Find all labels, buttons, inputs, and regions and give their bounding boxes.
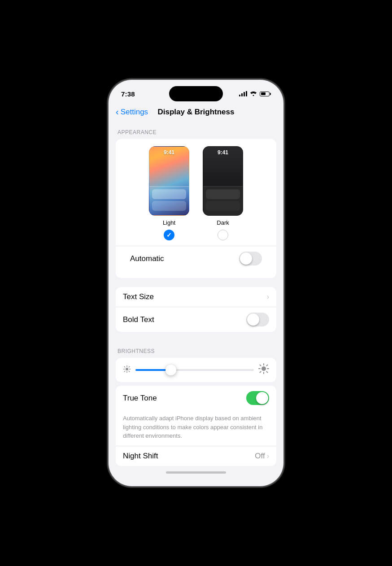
dynamic-island (169, 86, 223, 101)
phone-frame: 7:38 (109, 80, 283, 486)
automatic-row: Automatic (123, 246, 269, 271)
night-shift-status: Off (255, 452, 265, 461)
bold-text-label: Bold Text (123, 315, 154, 324)
night-shift-value: Off › (255, 452, 269, 461)
bold-text-row: Bold Text (116, 307, 276, 332)
text-size-row[interactable]: Text Size › (116, 287, 276, 307)
chevron-right-icon: › (267, 293, 269, 301)
true-tone-label: True Tone (123, 394, 157, 403)
checkmark-icon: ✓ (166, 231, 172, 239)
svg-line-14 (260, 365, 261, 366)
brightness-low-icon (123, 365, 131, 375)
dark-label: Dark (217, 219, 229, 226)
dark-radio[interactable] (218, 230, 228, 240)
brightness-section-label: BRIGHTNESS (109, 341, 283, 358)
night-shift-label: Night Shift (123, 452, 158, 461)
status-time: 7:38 (121, 90, 135, 98)
svg-line-15 (266, 372, 267, 373)
automatic-toggle[interactable] (239, 252, 262, 266)
brightness-slider-thumb[interactable] (166, 365, 176, 375)
light-preview: 9:41 9:41 (149, 146, 189, 216)
bold-text-toggle[interactable] (246, 313, 269, 327)
chevron-left-icon: ‹ (116, 107, 119, 116)
wifi-icon (250, 91, 257, 97)
dark-preview: 9:41 (203, 146, 243, 216)
signal-icon (239, 91, 247, 96)
text-size-label: Text Size (123, 292, 154, 301)
svg-line-5 (124, 366, 125, 367)
svg-line-8 (124, 371, 125, 372)
appearance-card: 9:41 9:41 Light ✓ (116, 139, 276, 278)
svg-line-16 (266, 365, 267, 366)
light-mode-option[interactable]: 9:41 9:41 Light ✓ (149, 146, 189, 240)
page-title: Display & Brightness (158, 108, 235, 117)
settings-content: APPEARANCE 9:41 9:41 Light (109, 122, 283, 486)
true-tone-toggle[interactable] (246, 391, 269, 405)
automatic-label: Automatic (130, 254, 164, 263)
text-section-card: Text Size › Bold Text (116, 287, 276, 332)
svg-point-9 (261, 366, 266, 371)
appearance-options: 9:41 9:41 Light ✓ (123, 146, 269, 240)
toggle-thumb (256, 392, 268, 404)
svg-line-6 (129, 371, 130, 372)
dark-mode-option[interactable]: 9:41 Dark (203, 146, 243, 240)
back-label: Settings (121, 108, 148, 117)
battery-icon (260, 91, 271, 96)
brightness-high-icon (258, 363, 269, 377)
chevron-right-icon: › (267, 452, 269, 460)
back-button[interactable]: ‹ Settings (116, 108, 148, 117)
status-icons (239, 91, 271, 97)
brightness-slider-track[interactable] (135, 369, 254, 371)
night-shift-row[interactable]: Night Shift Off › (116, 446, 276, 466)
appearance-section-label: APPEARANCE (109, 122, 283, 139)
brightness-slider-row (123, 363, 269, 377)
toggle-thumb (247, 313, 259, 326)
light-label: Light (163, 219, 175, 226)
light-radio[interactable]: ✓ (164, 230, 174, 240)
true-tone-description: Automatically adapt iPhone display based… (116, 410, 276, 446)
brightness-card (116, 358, 276, 382)
toggle-thumb (240, 253, 252, 265)
true-tone-row: True Tone (116, 386, 276, 410)
svg-line-7 (129, 366, 130, 367)
nav-bar: ‹ Settings Display & Brightness (109, 104, 283, 122)
home-indicator (166, 471, 226, 474)
svg-point-0 (126, 368, 128, 370)
svg-line-17 (260, 372, 261, 373)
true-tone-card: True Tone Automatically adapt iPhone dis… (116, 386, 276, 466)
